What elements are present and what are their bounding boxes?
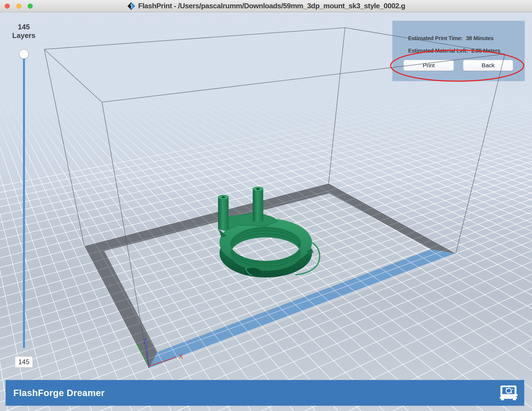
material-left-label: Estimated Material Left: bbox=[408, 48, 468, 54]
material-left-value: 2.85 Meters bbox=[471, 48, 500, 54]
axis-y-label: Y bbox=[136, 343, 141, 350]
minimize-button[interactable] bbox=[16, 4, 21, 9]
back-button[interactable]: Back bbox=[463, 60, 513, 71]
window-title: FlashPrint - /Users/pascalrumm/Downloads… bbox=[138, 2, 405, 10]
zoom-button[interactable] bbox=[28, 4, 33, 9]
flashprint-window: X Z Y FlashPrint - /Users/pascalrumm/Dow… bbox=[0, 0, 532, 411]
flashprint-logo-icon bbox=[127, 2, 136, 10]
printer-status-bar: FlashForge Dreamer bbox=[6, 380, 524, 406]
window-titlebar: FlashPrint - /Users/pascalrumm/Downloads… bbox=[0, 0, 532, 12]
layer-slider-track[interactable] bbox=[23, 54, 25, 348]
axis-x-label: X bbox=[179, 353, 183, 360]
layer-value-box: 145 bbox=[15, 356, 33, 368]
layers-count-label: 145 Layers bbox=[11, 23, 37, 40]
close-button[interactable] bbox=[5, 4, 10, 9]
print-time-value: 38 Minutes bbox=[466, 35, 493, 41]
axis-z-label: Z bbox=[143, 337, 147, 345]
print-info-panel: Estimated Print Time:38 Minutes Estimate… bbox=[392, 21, 525, 81]
print-button[interactable]: Print bbox=[403, 60, 454, 71]
printer-name: FlashForge Dreamer bbox=[13, 380, 105, 406]
layer-slider-knob[interactable] bbox=[19, 49, 29, 59]
estimated-material-left: Estimated Material Left:2.85 Meters bbox=[400, 41, 500, 60]
layers-count: 145 bbox=[11, 23, 37, 31]
layers-unit: Layers bbox=[11, 31, 37, 40]
print-time-label: Estimated Print Time: bbox=[408, 35, 463, 41]
printer-icon bbox=[500, 386, 518, 400]
